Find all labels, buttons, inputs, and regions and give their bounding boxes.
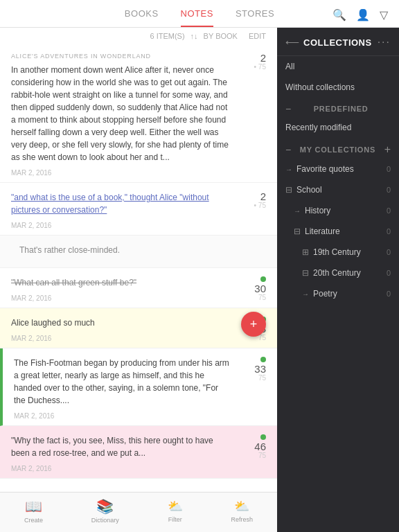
minus-icon: ⊟ [302,268,309,278]
dictionary-icon: 📚 [96,498,114,515]
predefined-label: PREDEFINED [314,105,369,113]
refresh-label: Refresh [231,516,254,523]
note-count-main: 46 [254,441,266,452]
collection-history[interactable]: → History 0 [277,200,399,221]
note-meta: MAR 2, 2016 [14,412,266,420]
arrow-icon: → [285,166,292,173]
collection-all[interactable]: All [277,56,399,77]
note-card[interactable]: That's rather close-minded. [0,236,277,268]
tab-notes[interactable]: NOTES [181,8,213,27]
collection-item-left: → Favorite quotes [285,164,354,174]
note-card[interactable]: ALICE'S ADVENTURES IN WONDERLAND In anot… [0,44,277,183]
minus-icon: ⊟ [294,227,301,236]
collection-without[interactable]: Without collections [277,77,399,98]
filter-icon[interactable]: ▽ [380,8,388,21]
all-label: All [285,62,294,71]
note-card[interactable]: "What can all that green stuff be?" MAR … [0,268,277,308]
recently-label: Recently modified [285,123,351,132]
note-date: MAR 2, 2016 [11,335,51,342]
collection-19th-century[interactable]: ⊞ 19th Century 0 [277,242,399,263]
nav-icons: 🔍 👤 ▽ [332,8,388,21]
note-count-sub: • 75 [254,63,266,71]
arrow-icon: → [302,290,309,298]
literature-label: Literature [305,227,340,236]
note-date: MAR 2, 2016 [11,169,51,177]
note-meta: MAR 2, 2016 [11,465,266,472]
search-icon[interactable]: 🔍 [332,8,346,21]
my-collections-section-header: − MY COLLECTIONS + [277,138,399,159]
predefined-collapse-icon[interactable]: − [285,103,291,114]
create-tool[interactable]: 📖 Create [24,498,43,524]
note-meta: MAR 2, 2016 [11,222,266,229]
dictionary-label: Dictionary [91,517,119,524]
my-collections-label: MY COLLECTIONS [300,145,375,154]
panel-arrow-icon[interactable]: ⟵ [285,37,299,48]
note-count-sub: • 75 [254,202,266,209]
note-meta: MAR 2, 2016 [11,294,266,302]
note-date: MAR 2, 2016 [14,412,54,420]
note-stats: 30 75 [238,276,266,301]
collection-poetry[interactable]: → Poetry 0 [277,283,399,304]
note-count-main: 2 [260,191,266,202]
note-stats: 46 75 [238,434,266,459]
poetry-label: Poetry [313,289,337,299]
note-stats: 2 • 75 [238,191,266,209]
note-card[interactable]: "Why the fact is, you see, Miss, this he… [0,426,277,479]
note-count-sub: 75 [258,294,266,301]
collection-item-left: ⊟ Literature [294,227,340,236]
note-text: "Why the fact is, you see, Miss, this he… [11,434,231,459]
collection-20th-century[interactable]: ⊟ 20th Century 0 [277,263,399,283]
top-nav: BOOKS NOTES STORES 🔍 👤 ▽ [0,0,399,28]
notes-list: ALICE'S ADVENTURES IN WONDERLAND In anot… [0,44,277,492]
note-text: "What can all that green stuff be?" [11,276,231,289]
refresh-tool[interactable]: ⛅ Refresh [231,499,254,523]
item-count: 6 ITEM(S) [150,32,184,40]
note-date: MAR 2, 2016 [11,294,51,302]
collections-title: COLLECTIONS [303,37,372,48]
poetry-count: 0 [387,290,391,298]
create-label: Create [24,517,43,524]
bottom-toolbar: 📖 Create 📚 Dictionary ⛅ Filter ⛅ Refresh [0,492,277,532]
collection-favorite-quotes[interactable]: → Favorite quotes 0 [277,159,399,179]
note-meta: MAR 2, 2016 [11,335,266,342]
note-text: In another moment down went Alice after … [11,64,231,163]
person-icon[interactable]: 👤 [356,8,370,21]
my-collections-collapse-icon[interactable]: − [285,144,291,155]
note-meta: MAR 2, 2016 [11,169,266,177]
19th-century-count: 0 [387,248,391,256]
minus-icon: ⊟ [285,185,292,195]
tab-books[interactable]: BOOKS [125,8,159,27]
dictionary-tool[interactable]: 📚 Dictionary [91,498,119,524]
collections-header-left: ⟵ COLLECTIONS [285,37,372,48]
edit-button[interactable]: EDIT [249,32,266,40]
collection-recently[interactable]: Recently modified [277,117,399,138]
note-text: That's rather close-minded. [19,244,231,256]
school-label: School [296,185,322,195]
note-card[interactable]: Alice laughed so much MAR 2, 2016 33 75 … [0,308,277,348]
add-collection-icon[interactable]: + [384,143,391,156]
filter-tool[interactable]: ⛅ Filter [168,499,183,523]
note-stats: 33 75 [238,357,266,382]
note-count-sub: 75 [258,374,266,382]
note-stats: 2 • 75 [238,53,266,71]
note-book-title: ALICE'S ADVENTURES IN WONDERLAND [11,53,266,60]
collections-more-icon[interactable]: ··· [378,36,391,48]
history-label: History [305,206,330,215]
plus-icon: ⊞ [302,247,309,257]
note-card[interactable]: The Fish-Footman began by producing from… [0,348,277,426]
note-count-main: 30 [254,283,266,294]
green-dot [260,357,266,362]
note-text: "and what is the use of a book," thought… [11,191,231,216]
collection-item-left: → Poetry [302,289,337,299]
collection-school[interactable]: ⊟ School 0 [277,179,399,200]
history-count: 0 [387,206,391,215]
collection-literature[interactable]: ⊟ Literature 0 [277,221,399,242]
fab-button[interactable]: + [241,312,266,337]
tab-stores[interactable]: STORES [236,8,274,27]
note-card[interactable]: "and what is the use of a book," thought… [0,183,277,236]
sort-label[interactable]: BY BOOK [204,32,238,40]
collection-item-left: ⊞ 19th Century [302,247,361,257]
collection-item-left: → History [294,206,330,215]
collection-item-left: ⊟ School [285,185,322,195]
20th-century-label: 20th Century [313,268,361,278]
